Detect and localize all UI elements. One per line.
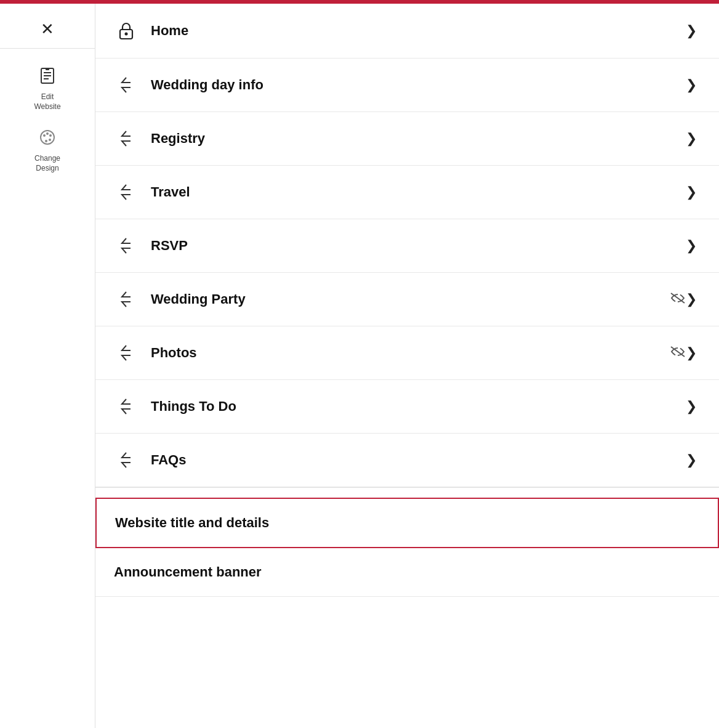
sidebar-nav: EditWebsite ChangeDesign: [0, 49, 95, 178]
faqs-sort-icon-container: [114, 451, 139, 469]
photos-sort-icon-container: [114, 344, 139, 362]
menu-item-announcement-banner[interactable]: Announcement banner: [95, 548, 719, 597]
menu-item-rsvp[interactable]: RSVP ❯: [95, 219, 719, 273]
announcement-banner-label: Announcement banner: [114, 564, 262, 580]
svg-point-12: [125, 33, 128, 36]
svg-point-8: [49, 134, 52, 137]
menu-list: Home ❯ Wedding day info ❯: [95, 4, 719, 487]
wedding-party-label: Wedding Party: [151, 291, 664, 307]
home-label: Home: [151, 23, 686, 39]
svg-point-9: [49, 139, 51, 141]
svg-rect-4: [46, 68, 49, 70]
home-icon-container: [114, 21, 139, 41]
things-to-do-chevron: ❯: [686, 398, 697, 415]
change-design-label: ChangeDesign: [34, 154, 60, 173]
menu-item-home[interactable]: Home ❯: [95, 4, 719, 59]
photos-hidden-icon: [670, 346, 686, 361]
wedding-party-hidden-icon: [670, 292, 686, 307]
menu-item-website-title-and-details[interactable]: Website title and details: [95, 498, 719, 548]
sort-icon: [118, 76, 134, 94]
rsvp-sort-icon-container: [114, 237, 139, 255]
things-to-do-label: Things To Do: [151, 398, 686, 415]
travel-sort-icon-container: [114, 183, 139, 201]
menu-item-faqs[interactable]: FAQs ❯: [95, 434, 719, 487]
svg-point-6: [43, 134, 46, 137]
rsvp-label: RSVP: [151, 238, 686, 254]
things-to-do-sort-icon-container: [114, 397, 139, 416]
registry-label: Registry: [151, 131, 686, 147]
close-icon: ✕: [41, 21, 54, 37]
palette-icon: [38, 127, 57, 152]
travel-label: Travel: [151, 184, 686, 200]
main-layout: ✕ EditWebsite: [0, 4, 719, 728]
faqs-chevron: ❯: [686, 452, 697, 468]
sort-icon: [118, 290, 134, 309]
bottom-section: Website title and details Announcement b…: [95, 487, 719, 597]
edit-website-label: EditWebsite: [34, 92, 60, 111]
sidebar-item-change-design[interactable]: ChangeDesign: [5, 123, 90, 178]
lock-icon: [118, 21, 135, 41]
wedding-party-sort-icon-container: [114, 290, 139, 309]
website-title-and-details-label: Website title and details: [115, 515, 269, 530]
faqs-label: FAQs: [151, 452, 686, 468]
wedding-day-info-chevron: ❯: [686, 77, 697, 93]
sort-icon: [118, 237, 134, 255]
sidebar-item-edit-website[interactable]: EditWebsite: [5, 61, 90, 116]
rsvp-chevron: ❯: [686, 238, 697, 254]
wedding-day-sort-icon-container: [114, 76, 139, 94]
sidebar: ✕ EditWebsite: [0, 4, 95, 728]
menu-item-photos[interactable]: Photos ❯: [95, 326, 719, 380]
travel-chevron: ❯: [686, 184, 697, 200]
photos-chevron: ❯: [686, 345, 697, 361]
photos-label: Photos: [151, 345, 664, 361]
document-text-icon: [38, 66, 57, 90]
menu-item-wedding-day-info[interactable]: Wedding day info ❯: [95, 59, 719, 112]
menu-item-registry[interactable]: Registry ❯: [95, 112, 719, 166]
svg-point-10: [45, 140, 47, 142]
wedding-party-chevron: ❯: [686, 291, 697, 307]
menu-item-travel[interactable]: Travel ❯: [95, 166, 719, 219]
main-content: Home ❯ Wedding day info ❯: [95, 4, 719, 728]
close-button[interactable]: ✕: [0, 10, 95, 49]
svg-point-7: [46, 132, 49, 135]
menu-item-things-to-do[interactable]: Things To Do ❯: [95, 380, 719, 434]
menu-item-wedding-party[interactable]: Wedding Party ❯: [95, 273, 719, 326]
sort-icon: [118, 129, 134, 148]
home-chevron: ❯: [686, 23, 697, 39]
wedding-day-info-label: Wedding day info: [151, 77, 686, 93]
registry-sort-icon-container: [114, 129, 139, 148]
sort-icon: [118, 183, 134, 201]
sort-icon: [118, 397, 134, 416]
registry-chevron: ❯: [686, 131, 697, 147]
sort-icon: [118, 344, 134, 362]
sort-icon: [118, 451, 134, 469]
